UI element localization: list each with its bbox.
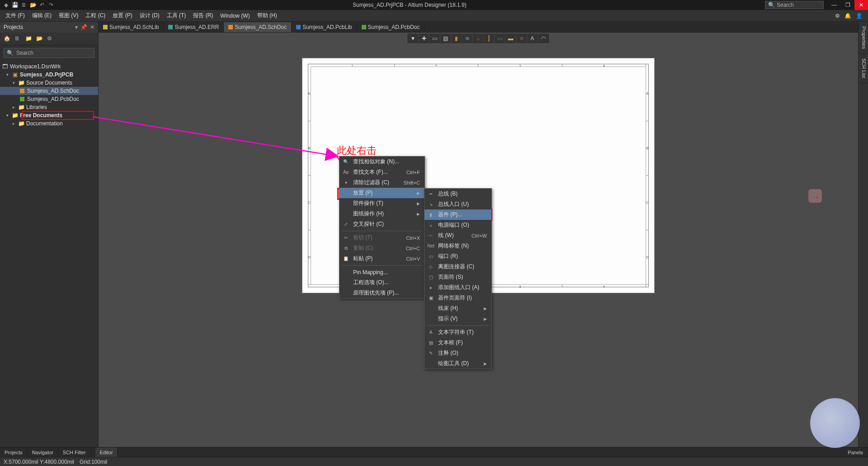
menu-design[interactable]: 设计 (D) — [136, 10, 163, 21]
tab-schdoc[interactable]: Sumjess_AD.SchDoc — [224, 22, 292, 32]
ctx-main-item-6[interactable]: ⤢交叉探针 (C) — [340, 219, 425, 229]
ctx-sub-item-2[interactable]: ▮器件 (P)... — [425, 209, 491, 220]
menu-help[interactable]: 帮助 (H) — [254, 10, 281, 21]
tree-documentation[interactable]: ▸📁Documentation — [0, 119, 98, 128]
menu-tools[interactable]: 工具 (T) — [163, 10, 190, 21]
panel-dropdown-icon[interactable]: ▾ — [75, 24, 78, 30]
rect-tool-icon[interactable]: ▭ — [429, 34, 440, 43]
user-icon[interactable]: 👤 — [856, 13, 863, 19]
bottom-tab-navigator[interactable]: Navigator — [28, 447, 58, 457]
cross-tool-icon[interactable]: ✚ — [419, 34, 429, 43]
menubar: 文件 (F) 编辑 (E) 视图 (V) 工程 (C) 放置 (P) 设计 (D… — [0, 10, 868, 22]
tree-workspace[interactable]: 🗔Workspace1.DsnWrk — [0, 62, 98, 71]
panel-close-icon[interactable]: ✕ — [90, 24, 94, 30]
close-button[interactable]: ✕ — [854, 0, 868, 10]
undo-icon[interactable]: ↶ — [39, 2, 45, 8]
noerc-tool-icon[interactable]: ✕ — [516, 34, 527, 43]
menu-place[interactable]: 放置 (P) — [109, 10, 136, 21]
net-tool-icon[interactable]: ▬ — [505, 34, 516, 43]
bell-icon[interactable]: 🔔 — [844, 13, 851, 19]
ctx-main-item-13[interactable]: 工程选项 (O)... — [340, 277, 425, 288]
rail-sch-list[interactable]: SCH List — [859, 54, 868, 83]
ctx-main-item-1[interactable]: Aa查找文本 (F)...Ctrl+F — [340, 167, 425, 177]
ctx-main-item-0[interactable]: 🔍查找相似对象 (N)... — [340, 157, 425, 167]
port-tool-icon[interactable]: ▭ — [495, 34, 505, 43]
rail-properties[interactable]: Properties — [859, 22, 868, 54]
ctx-sub-item-17[interactable]: 绘图工具 (D)▶ — [425, 358, 491, 369]
open-icon[interactable]: 📂 — [30, 2, 36, 8]
menu-report[interactable]: 报告 (R) — [189, 10, 217, 21]
ctx-sub-item-1-icon: ↘ — [427, 202, 434, 207]
minimize-button[interactable]: — — [827, 0, 841, 10]
ctx-main-item-3[interactable]: 放置 (P)▶ — [340, 188, 425, 198]
ctx-main-item-2[interactable]: ▾清除过滤器 (C)Shift+C — [340, 177, 425, 188]
ctx-main-item-8-label: 剪切 (T) — [353, 234, 393, 242]
text-tool-icon[interactable]: A — [527, 34, 538, 43]
doc-icon[interactable]: 🗎 — [14, 35, 22, 43]
menu-view[interactable]: 视图 (V) — [55, 10, 82, 21]
filter-tool-icon[interactable]: ▼ — [408, 34, 419, 43]
ctx-sub-item-1[interactable]: ↘总线入口 (U) — [425, 199, 491, 209]
save-all-icon[interactable]: 🗎 — [21, 2, 27, 8]
ctx-sub-item-7[interactable]: ◇离图连接器 (C) — [425, 262, 491, 272]
ctx-sub-item-14[interactable]: A文本字符串 (T) — [425, 327, 491, 338]
ctx-sub-item-15[interactable]: ▤文本框 (F) — [425, 338, 491, 348]
ctx-sub-item-3[interactable]: ⏚电源端口 (O) — [425, 220, 491, 230]
ctx-sub-item-10[interactable]: ▣器件页面符 (I) — [425, 293, 491, 303]
tree-pcbdoc[interactable]: Sumjess_AD.PcbDoc — [0, 95, 98, 103]
ctx-main-item-5[interactable]: 图纸操作 (H)▶ — [340, 209, 425, 219]
app-icon: ◆ — [3, 2, 9, 8]
ctx-sub-item-0[interactable]: ━总线 (B) — [425, 189, 491, 199]
save-icon[interactable]: 💾 — [12, 2, 18, 8]
bottom-tab-projects[interactable]: Projects — [0, 447, 28, 457]
tab-schlib[interactable]: Sumjess_AD.SchLib — [99, 22, 164, 32]
arc-tool-icon[interactable]: ◠ — [538, 34, 549, 43]
ctx-sub-item-16[interactable]: ✎注释 (O) — [425, 348, 491, 358]
ctx-main-item-4[interactable]: 部件操作 (T)▶ — [340, 198, 425, 209]
ctx-main-item-0-label: 查找相似对象 (N)... — [353, 158, 420, 166]
part-tool-icon[interactable]: ▮ — [451, 34, 462, 43]
ctx-sub-item-6[interactable]: ▭端口 (R) — [425, 251, 491, 262]
ctx-sub-item-8[interactable]: ▢页面符 (S) — [425, 272, 491, 282]
ctx-sub-item-12[interactable]: 指示 (V)▶ — [425, 314, 491, 324]
gear-icon[interactable]: ⚙ — [835, 13, 840, 19]
tab-pcbdoc[interactable]: Sumjess_AD.PcbDoc — [357, 22, 425, 32]
tab-pcblib[interactable]: Sumjess_AD.PcbLib — [292, 22, 357, 32]
menu-file[interactable]: 文件 (F) — [2, 10, 28, 21]
tree-free-documents[interactable]: ▾📁Free Documents — [0, 111, 98, 119]
ctx-sub-item-11[interactable]: 线束 (H)▶ — [425, 303, 491, 314]
menu-project[interactable]: 工程 (C) — [82, 10, 109, 21]
menu-window[interactable]: Window (W) — [217, 11, 253, 21]
refresh-icon[interactable]: ⚙ — [47, 35, 54, 43]
ctx-sub-item-5[interactable]: Net网络标签 (N) — [425, 241, 491, 251]
bottom-tab-schfilter[interactable]: SCH Filter — [58, 447, 91, 457]
panel-pin-icon[interactable]: 📌 — [80, 24, 87, 30]
tab-err[interactable]: Sumjess_AD.ERR — [164, 22, 224, 32]
ctx-main-item-2-icon: ▾ — [342, 180, 349, 185]
home-icon[interactable]: 🏠 — [4, 35, 11, 43]
gnd-tool-icon[interactable]: ⏚ — [473, 34, 484, 43]
ctx-main-item-14[interactable]: 原理图优先项 (P)... — [340, 288, 425, 298]
ctx-sub-item-4[interactable]: ─线 (W)Ctrl+W — [425, 230, 491, 241]
maximize-button[interactable]: ❐ — [841, 0, 854, 10]
bottom-tab-editor[interactable]: Editor — [95, 447, 118, 457]
tree-schdoc[interactable]: Sumjess_AD.SchDoc — [0, 87, 98, 95]
tree-source-documents[interactable]: ▾📁Source Documents — [0, 79, 98, 87]
panel-search-input[interactable]: 🔍 Search — [4, 48, 94, 58]
sheet-tool-icon[interactable]: ▤ — [440, 34, 451, 43]
ctx-main-item-12[interactable]: Pin Mapping... — [340, 267, 425, 277]
folder-icon[interactable]: 📁 — [25, 35, 33, 43]
ctx-sub-item-10-label: 器件页面符 (I) — [438, 294, 487, 302]
tree-project[interactable]: ▾▣Sumjess_AD.PrjPCB — [0, 71, 98, 79]
wire-tool-icon[interactable]: ≋ — [462, 34, 473, 43]
panels-button[interactable]: Panels — [843, 447, 868, 457]
titlebar-search[interactable]: 🔍 Search — [765, 1, 824, 9]
tree-libraries[interactable]: ▸📁Libraries — [0, 103, 98, 111]
ctx-sub-item-9[interactable]: ▸添加图纸入口 (A) — [425, 282, 491, 293]
bus-tool-icon[interactable]: ┃ — [484, 34, 495, 43]
status-grid: Grid:100mil — [80, 459, 107, 465]
ctx-main-item-10[interactable]: 📋粘贴 (P)Ctrl+V — [340, 253, 425, 264]
redo-icon[interactable]: ↷ — [48, 2, 54, 8]
menu-edit[interactable]: 编辑 (E) — [28, 10, 55, 21]
folder-open-icon[interactable]: 📂 — [36, 35, 43, 43]
